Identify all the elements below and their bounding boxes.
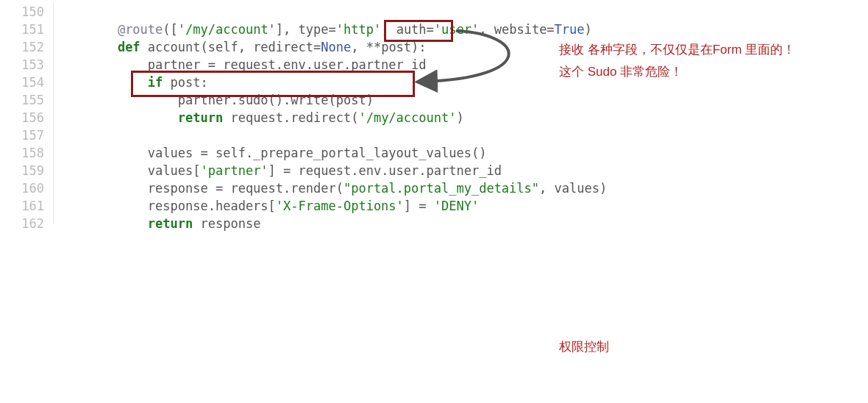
code-line: 161 response.headers['X-Frame-Options'] … [0,197,868,215]
code-content: values = self._prepare_portal_layout_val… [57,144,486,162]
code-content: @route(['/my/account'], type='http', aut… [57,21,592,38]
code-content: return request.redirect('/my/account') [57,109,464,126]
code-line: 159 values['partner'] = request.env.user… [0,162,868,179]
gutter-border [53,91,57,109]
gutter-border [53,162,57,179]
line-number: 151 [0,21,53,38]
gutter-border [53,179,57,197]
annotation-text: 这个 Sudo 非常危险！ [559,62,683,82]
code-line: 156 return request.redirect('/my/account… [0,109,868,126]
code-line: 154 if post: [0,74,868,91]
line-number: 157 [0,126,53,144]
gutter-border [53,74,57,91]
gutter-border [53,21,57,38]
code-line: 157 [0,126,868,144]
code-content: values['partner'] = request.env.user.par… [57,162,502,179]
line-number: 162 [0,215,53,232]
gutter-border [53,144,57,162]
code-content: partner.sudo().write(post) [57,91,374,109]
code-content: partner = request.env.user.partner_id [57,56,427,74]
line-number: 155 [0,91,53,109]
code-line: 151 @route(['/my/account'], type='http',… [0,21,868,38]
code-content: response = request.render("portal.portal… [57,179,607,197]
gutter-border [53,215,57,232]
annotation-text: 接收 各种字段，不仅仅是在Form 里面的！ [559,40,795,60]
line-number: 161 [0,197,53,215]
line-number: 156 [0,109,53,126]
gutter-border [53,3,57,21]
code-content: def account(self, redirect=None, **post)… [57,38,427,56]
line-number: 152 [0,38,53,56]
code-content: if post: [57,74,208,91]
gutter-border [53,56,57,74]
line-number: 153 [0,56,53,74]
line-number: 154 [0,74,53,91]
annotation-text: 权限控制 [559,337,609,357]
gutter-border [53,126,57,144]
line-number: 159 [0,162,53,179]
line-number: 160 [0,179,53,197]
code-line: 155 partner.sudo().write(post) [0,91,868,109]
gutter-border [53,197,57,215]
code-line: 160 response = request.render("portal.po… [0,179,868,197]
code-editor: 150 151 @route(['/my/account'], type='ht… [0,0,868,232]
gutter-border [53,38,57,56]
code-line: 162 return response [0,215,868,232]
gutter-border [53,109,57,126]
line-number: 158 [0,144,53,162]
code-line: 158 values = self._prepare_portal_layout… [0,144,868,162]
line-number: 150 [0,3,53,21]
code-content: response.headers['X-Frame-Options'] = 'D… [57,197,479,215]
code-line: 150 [0,3,868,21]
code-content: return response [57,215,260,232]
